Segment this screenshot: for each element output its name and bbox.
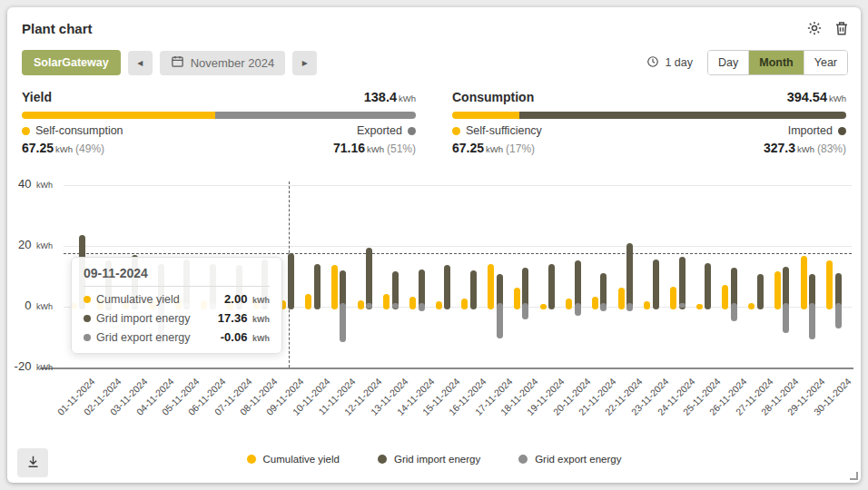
- bar-cumulative-yield[interactable]: [566, 299, 572, 309]
- legend-item[interactable]: Grid export energy: [518, 454, 621, 465]
- bar-cumulative-yield[interactable]: [696, 304, 703, 310]
- bar-grid-import[interactable]: [522, 268, 528, 310]
- tooltip-series-label: Cumulative yield: [96, 293, 180, 306]
- y-axis-tick: 0 kWh: [7, 299, 53, 312]
- legend-label: Grid export energy: [535, 454, 621, 465]
- bar-cumulative-yield[interactable]: [436, 301, 442, 309]
- bar-grid-export[interactable]: [679, 303, 686, 309]
- trash-icon[interactable]: [833, 20, 850, 36]
- x-axis-label: 23-11-2024: [628, 376, 670, 417]
- bar-grid-import[interactable]: [653, 260, 659, 309]
- clock-icon: [646, 55, 659, 71]
- x-axis-label: 09-11-2024: [264, 376, 306, 417]
- bar-grid-export[interactable]: [626, 303, 633, 311]
- bar-grid-import[interactable]: [548, 264, 555, 310]
- bar-grid-import[interactable]: [497, 274, 503, 309]
- crosshair-vertical: [289, 181, 290, 368]
- x-axis-label: 15-11-2024: [420, 376, 462, 417]
- bar-grid-export[interactable]: [522, 303, 528, 320]
- bar-grid-import[interactable]: [340, 270, 346, 309]
- bar-cumulative-yield[interactable]: [488, 264, 494, 310]
- bar-grid-export[interactable]: [366, 303, 372, 309]
- bar-grid-export[interactable]: [731, 303, 737, 321]
- bar-cumulative-yield[interactable]: [644, 301, 650, 309]
- tooltip-series-value: 2.00 kWh: [224, 292, 270, 306]
- bar-cumulative-yield[interactable]: [409, 297, 416, 309]
- next-period-button[interactable]: ▸: [292, 51, 317, 75]
- bar-grid-import[interactable]: [600, 273, 607, 310]
- bar-grid-export[interactable]: [809, 303, 815, 340]
- bar-cumulative-yield[interactable]: [826, 260, 833, 310]
- bar-grid-export[interactable]: [392, 303, 399, 309]
- yield-total: 138.4kWh: [364, 89, 416, 105]
- bar-grid-import[interactable]: [783, 267, 789, 310]
- consumption-bar-rest: [519, 112, 846, 119]
- gateway-button[interactable]: SolarGateway: [22, 50, 121, 75]
- bar-cumulative-yield[interactable]: [383, 294, 390, 309]
- self-consumption-label: Self-consumption: [22, 124, 123, 137]
- bar-grid-import[interactable]: [679, 257, 686, 309]
- bar-chart[interactable]: 40 kWh20 kWh0 kWh-20 kWh01-11-202402-11-…: [7, 7, 861, 483]
- bar-cumulative-yield[interactable]: [461, 299, 468, 309]
- bar-grid-export[interactable]: [575, 303, 581, 316]
- tooltip-row: Grid import energy17.36 kWh: [84, 311, 270, 325]
- legend-item[interactable]: Grid import energy: [378, 454, 480, 465]
- legend-dot-icon: [378, 455, 387, 464]
- bar-grid-export[interactable]: [497, 303, 503, 339]
- bar-cumulative-yield[interactable]: [748, 303, 755, 309]
- bar-grid-import[interactable]: [731, 268, 737, 310]
- bar-cumulative-yield[interactable]: [774, 271, 781, 310]
- bar-cumulative-yield[interactable]: [618, 288, 625, 309]
- tooltip-series-value: 17.36 kWh: [218, 311, 270, 325]
- bar-grid-import[interactable]: [470, 270, 477, 309]
- bar-grid-import[interactable]: [419, 270, 425, 309]
- gridline: [64, 185, 852, 186]
- legend-item[interactable]: Cumulative yield: [247, 454, 340, 465]
- chevron-left-icon: ◂: [137, 56, 143, 69]
- bar-grid-export[interactable]: [783, 303, 789, 334]
- bar-cumulative-yield[interactable]: [358, 300, 364, 310]
- x-axis-label: 06-11-2024: [185, 376, 227, 417]
- bar-grid-import[interactable]: [809, 274, 815, 309]
- prev-period-button[interactable]: ◂: [128, 51, 153, 75]
- bar-cumulative-yield[interactable]: [305, 294, 311, 309]
- bar-grid-import[interactable]: [314, 264, 321, 310]
- bar-grid-import[interactable]: [444, 265, 450, 309]
- yield-bar-rest: [215, 112, 416, 119]
- bar-grid-import[interactable]: [757, 274, 764, 310]
- bar-grid-import[interactable]: [835, 273, 842, 309]
- bar-cumulative-yield[interactable]: [514, 288, 520, 309]
- bar-grid-export[interactable]: [340, 303, 346, 343]
- consumption-summary: Consumption 394.54kWh Self-sufficiency I…: [452, 89, 846, 155]
- yield-title: Yield: [22, 90, 52, 104]
- exported-value: 71.16kWh(51%): [333, 141, 416, 155]
- bar-cumulative-yield[interactable]: [592, 297, 598, 310]
- bar-grid-import[interactable]: [392, 271, 399, 310]
- resize-handle-icon[interactable]: [850, 472, 858, 480]
- bar-cumulative-yield[interactable]: [670, 287, 676, 310]
- settings-gear-icon[interactable]: [806, 20, 823, 36]
- bar-grid-import[interactable]: [366, 248, 372, 309]
- tooltip-series-label: Grid export energy: [96, 331, 191, 344]
- bar-grid-export[interactable]: [419, 303, 425, 311]
- bar-grid-import[interactable]: [626, 243, 633, 309]
- bar-grid-export[interactable]: [600, 303, 607, 311]
- chart-controls: SolarGateway ◂ November 2024 ▸ 1 da: [22, 50, 848, 75]
- bar-grid-import[interactable]: [288, 253, 294, 309]
- bar-cumulative-yield[interactable]: [722, 285, 728, 309]
- x-axis-label: 03-11-2024: [107, 376, 149, 417]
- bar-grid-export[interactable]: [835, 303, 842, 329]
- bar-cumulative-yield[interactable]: [801, 256, 807, 309]
- legend-label: Cumulative yield: [263, 454, 340, 465]
- tab-month[interactable]: Month: [748, 51, 803, 74]
- tab-year[interactable]: Year: [804, 51, 847, 74]
- x-axis-line: [40, 368, 853, 369]
- tab-day[interactable]: Day: [708, 51, 748, 74]
- bar-grid-import[interactable]: [575, 260, 581, 310]
- bar-cumulative-yield[interactable]: [331, 265, 338, 310]
- bar-grid-import[interactable]: [705, 263, 711, 310]
- date-picker-button[interactable]: November 2024: [160, 51, 286, 75]
- x-axis-label: 01-11-2024: [55, 376, 97, 417]
- bar-cumulative-yield[interactable]: [540, 304, 547, 309]
- x-axis-label: 21-11-2024: [577, 376, 618, 417]
